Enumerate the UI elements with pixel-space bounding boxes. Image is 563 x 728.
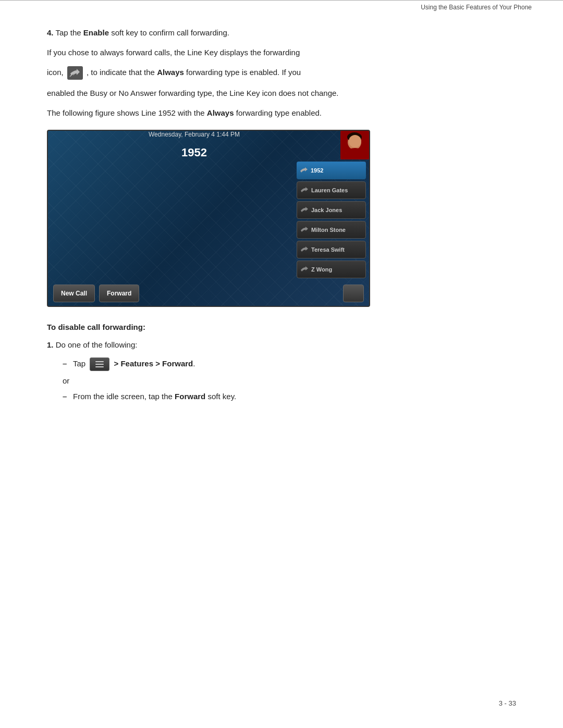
forward-icon-milton: [300, 226, 309, 233]
linekey-lauren-label: Lauren Gates: [311, 187, 348, 193]
linekey-wong-label: Z Wong: [311, 266, 332, 273]
forward-icon-lauren: [300, 187, 309, 194]
phone-linekeys: 1952 Lauren Gates Jack Jones Milton Ston…: [293, 159, 369, 280]
page-footer: 3 - 33: [499, 699, 516, 707]
svg-rect-1: [340, 131, 369, 159]
bullet2-bold: Forward: [175, 392, 205, 401]
or-label: or: [63, 376, 69, 385]
linekey-milton-label: Milton Stone: [311, 227, 346, 233]
or-text: or: [63, 376, 516, 385]
disable-step1: 1. Do one of the following:: [47, 339, 516, 351]
bullet-item-2: – From the idle screen, tap the Forward …: [63, 390, 516, 403]
linekey-teresa[interactable]: Teresa Swift: [297, 241, 366, 258]
para3: enabled the Busy or No Answer forwarding…: [47, 87, 516, 100]
phone-header-row: Wednesday, February 4 1:44 PM 1952: [48, 131, 340, 159]
new-call-label: New Call: [61, 290, 87, 297]
para2-bold: Always: [157, 68, 184, 77]
linekey-1952[interactable]: 1952: [297, 162, 366, 179]
content-area: 4. Tap the Enable soft key to confirm ca…: [0, 27, 563, 403]
inline-menu-line-1: [95, 361, 104, 362]
svg-point-4: [344, 151, 365, 159]
page-number: 3 - 33: [499, 699, 516, 707]
para4-rest: forwarding type enabled.: [236, 108, 322, 117]
phone-avatar: [340, 131, 369, 159]
step1-text: Do one of the following:: [56, 340, 138, 349]
para4-bold: Always: [207, 108, 234, 117]
bullet1-bold: > Features > Forward: [114, 359, 193, 368]
bullet2-content: From the idle screen, tap the Forward so…: [73, 390, 236, 403]
forward-label: Forward: [107, 290, 131, 297]
phone-datetime: Wednesday, February 4 1:44 PM: [149, 131, 240, 146]
bullet1-period: .: [193, 359, 195, 368]
bullet1-pre: Tap: [73, 359, 88, 368]
disable-heading: To disable call forwarding:: [47, 323, 516, 331]
linekey-milton[interactable]: Milton Stone: [297, 221, 366, 239]
dash-1: –: [63, 357, 69, 371]
para2-rest: forwarding type is enabled. If you: [186, 68, 301, 77]
para4: The following figure shows Line 1952 wit…: [47, 107, 516, 119]
step4-rest: soft key to confirm call forwarding.: [111, 28, 229, 37]
step1-number: 1.: [47, 340, 54, 349]
page-header: Using the Basic Features of Your Phone: [0, 0, 563, 11]
inline-menu-line-2: [95, 364, 104, 365]
bullet2-rest: soft key.: [207, 392, 236, 401]
step4-pre: Tap the: [55, 28, 83, 37]
forward-icon-1952: [300, 167, 308, 174]
step4-bold: Enable: [83, 28, 109, 37]
bullet2-pre: From the idle screen, tap the: [73, 392, 175, 401]
inline-menu-line-3: [95, 366, 104, 367]
dash-2: –: [63, 390, 69, 403]
linekey-jack[interactable]: Jack Jones: [297, 201, 366, 219]
para2-mid: , to indicate that the: [87, 68, 157, 77]
svg-rect-5: [346, 153, 364, 159]
para2-pre: icon,: [47, 68, 64, 77]
para1: If you chose to always forward calls, th…: [47, 46, 516, 59]
step4-number: 4.: [47, 28, 54, 37]
bullet-item-1: – Tap > Features > Forward.: [63, 357, 516, 371]
phone-softkeys: New Call Forward: [48, 281, 369, 306]
inline-menu-lines: [95, 361, 104, 367]
menu-button[interactable]: [343, 285, 364, 302]
bullet1-content: Tap > Features > Forward.: [73, 357, 195, 371]
phone-extension: 1952: [181, 146, 207, 159]
new-call-button[interactable]: New Call: [53, 285, 95, 302]
step4-paragraph: 4. Tap the Enable soft key to confirm ca…: [47, 27, 516, 39]
linekey-1952-label: 1952: [311, 167, 323, 174]
forward-icon-wong: [300, 266, 309, 273]
forward-icon-inline: [67, 66, 83, 80]
forward-icon-teresa: [300, 246, 309, 253]
header-text: Using the Basic Features of Your Phone: [421, 4, 532, 11]
forward-button[interactable]: Forward: [99, 285, 139, 302]
linekey-lauren[interactable]: Lauren Gates: [297, 181, 366, 199]
svg-point-2: [348, 135, 361, 150]
para4-pre: The following figure shows Line 1952 wit…: [47, 108, 207, 117]
forward-icon-jack: [300, 206, 309, 214]
para2: icon, , to indicate that the Always forw…: [47, 66, 516, 80]
phone-screenshot: Wednesday, February 4 1:44 PM 1952: [47, 130, 370, 307]
linekey-teresa-label: Teresa Swift: [311, 246, 345, 253]
menu-icon-inline: [90, 357, 109, 371]
linekey-jack-label: Jack Jones: [311, 207, 342, 213]
linekey-wong[interactable]: Z Wong: [297, 261, 366, 278]
svg-point-3: [347, 132, 362, 142]
